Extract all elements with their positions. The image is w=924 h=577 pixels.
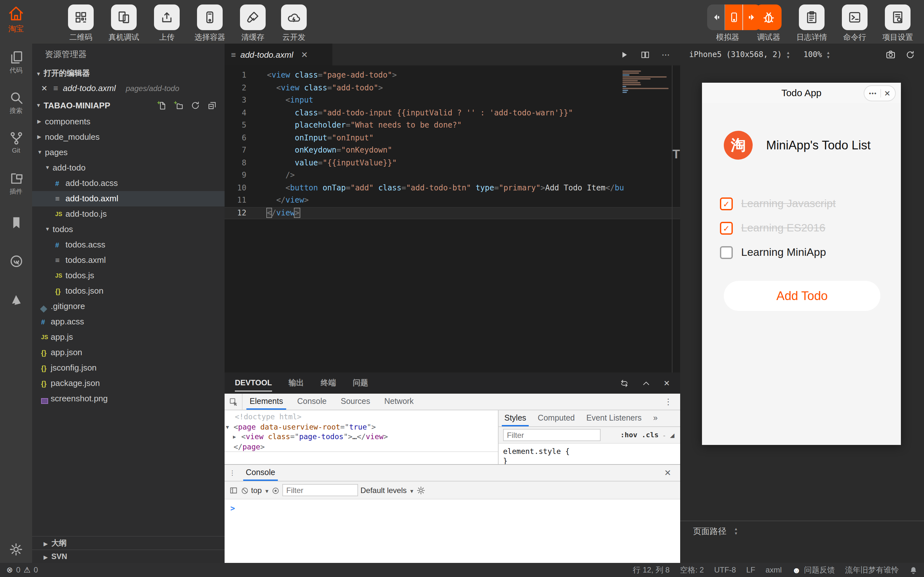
toolbar-button-bug-icon[interactable]: 调试器 <box>748 0 789 43</box>
tree-item-app.acss[interactable]: #app.acss <box>32 314 225 330</box>
drawer-panel-icon[interactable]: ⋮ <box>225 469 240 476</box>
styles-tab-Computed[interactable]: Computed <box>532 410 580 426</box>
zoom-stepper[interactable]: ▲▼ <box>827 51 829 58</box>
zoom-level[interactable]: 100% <box>803 50 822 59</box>
styles-filter-input[interactable] <box>503 429 601 441</box>
toolbar-button-upload-icon[interactable]: 上传 <box>146 0 187 43</box>
settings-button[interactable] <box>0 542 32 556</box>
tree-item-add-todo.js[interactable]: JSadd-todo.js <box>32 206 225 222</box>
refresh-icon[interactable] <box>191 100 200 110</box>
tree-item-app.json[interactable]: {}app.json <box>32 345 225 360</box>
tree-item-add-todo.axml[interactable]: ≡add-todo.axml <box>32 191 225 206</box>
drawer-close-icon[interactable]: ✕ <box>664 468 680 478</box>
close-icon[interactable]: ✕ <box>41 81 47 96</box>
tree-item-add-todo[interactable]: ▼add-todo <box>32 160 225 176</box>
page-path-bar[interactable]: 页面路径 ▲▼ <box>680 521 924 542</box>
clear-console-icon[interactable] <box>240 486 249 495</box>
collapse-arrow-icon[interactable]: ▶ <box>233 432 236 442</box>
sidebar-section-大纲[interactable]: ▶大纲 <box>32 536 225 550</box>
devtool-tab-DEVTOOL[interactable]: DEVTOOL <box>235 372 272 394</box>
console-prompt[interactable]: > <box>225 500 680 513</box>
devtools-tab-Sources[interactable]: Sources <box>334 394 377 410</box>
status-item-问题反馈[interactable]: ☻问题反馈 <box>792 564 835 575</box>
activity-item-plugin-icon[interactable]: 插件 <box>0 165 32 205</box>
console-filter-input[interactable] <box>282 484 358 496</box>
dom-node[interactable]: <!doctype html> <box>225 412 498 422</box>
tab-close-icon[interactable]: ✕ <box>301 50 308 59</box>
checkbox-checked[interactable]: ✓ <box>720 222 733 235</box>
close-app-icon[interactable]: ✕ <box>884 89 890 98</box>
checkbox-unchecked[interactable] <box>720 246 733 259</box>
devtool-tab-输出[interactable]: 输出 <box>289 372 304 394</box>
elements-pane[interactable]: <!doctype html>▼<page data-userview-root… <box>225 410 499 464</box>
dom-node[interactable]: </page> <box>225 442 498 452</box>
devtool-tab-终端[interactable]: 终端 <box>321 372 336 394</box>
open-editors-section[interactable]: ▼打开的编辑器 <box>32 65 225 81</box>
activity-item-issues-icon[interactable] <box>0 243 32 282</box>
toolbar-button-log-icon[interactable]: 日志详情 <box>789 0 834 43</box>
devtools-tab-Console[interactable]: Console <box>290 394 334 410</box>
styles-tab-»[interactable]: » <box>648 410 664 426</box>
dom-node[interactable]: ▶<view class="page-todos">…</view> <box>225 432 498 442</box>
tree-item-todos.json[interactable]: {}todos.json <box>32 284 225 299</box>
tree-item-screenshot.png[interactable]: screenshot.png <box>32 391 225 406</box>
tree-item-components[interactable]: ▶components <box>32 114 225 129</box>
console-sidebar-icon[interactable] <box>229 486 238 495</box>
tree-item-node_modules[interactable]: ▶node_modules <box>32 129 225 145</box>
tree-item-todos.axml[interactable]: ≡todos.axml <box>32 253 225 268</box>
live-expression-icon[interactable] <box>272 486 280 495</box>
tab-add-todo-axml[interactable]: ≡ add-todo.axml ✕ <box>225 44 333 65</box>
split-editor-icon[interactable] <box>640 50 650 59</box>
tree-item-jsconfig.json[interactable]: {}jsconfig.json <box>32 360 225 376</box>
status-item-UTF-8[interactable]: UTF-8 <box>714 566 736 574</box>
tab-console[interactable]: Console <box>240 465 281 481</box>
collapse-all-icon[interactable] <box>207 100 217 110</box>
screenshot-icon[interactable] <box>885 49 896 60</box>
status-item-空格: 2[interactable]: 空格: 2 <box>680 564 704 575</box>
checkbox-checked[interactable]: ✓ <box>720 197 733 210</box>
devtool-tab-问题[interactable]: 问题 <box>353 372 368 394</box>
log-levels-dropdown[interactable]: Default levels▼ <box>360 486 414 495</box>
activity-item-azure-icon[interactable] <box>0 282 32 321</box>
reload-icon[interactable] <box>905 50 915 59</box>
phone-icon[interactable] <box>725 5 743 30</box>
tree-item-add-todo.acss[interactable]: #add-todo.acss <box>32 176 225 191</box>
toolbar-button-simulator-icon[interactable]: 模拟器 <box>707 0 748 43</box>
new-file-icon[interactable] <box>157 100 167 110</box>
chevup-icon[interactable] <box>642 379 651 388</box>
toolbar-button-clear-cache-icon[interactable]: 清缓存 <box>232 0 273 43</box>
new-folder-icon[interactable] <box>174 100 184 110</box>
more-actions-icon[interactable]: ⋯ <box>662 50 670 59</box>
activity-item-bookmark-icon[interactable] <box>0 205 32 243</box>
sidebar-section-SVN[interactable]: ▶SVN <box>32 550 225 563</box>
tree-item-app.js[interactable]: JSapp.js <box>32 330 225 345</box>
status-item-axml[interactable]: axml <box>766 566 782 574</box>
project-root-row[interactable]: ▼ TABAO-MINIAPP <box>32 96 225 114</box>
tree-item-.gitignore[interactable]: .gitignore <box>32 299 225 314</box>
minimap[interactable] <box>622 71 670 93</box>
run-icon[interactable] <box>619 50 629 59</box>
tree-item-todos.js[interactable]: JStodos.js <box>32 268 225 284</box>
status-item-LF[interactable]: LF <box>746 566 755 574</box>
expand-arrow-icon[interactable]: ▼ <box>226 422 229 432</box>
dock-left-icon[interactable] <box>707 5 725 30</box>
devtools-tab-Network[interactable]: Network <box>377 394 421 410</box>
problems-summary[interactable]: ⊗ 0 ⚠ 0 <box>6 566 38 574</box>
code-editor[interactable]: 1<view class="page-add-todo">2 <view cla… <box>225 65 680 372</box>
taobao-home-button[interactable]: 淘宝 <box>0 0 32 35</box>
activity-item-search-icon[interactable]: 搜索 <box>0 84 32 124</box>
toolbar-button-qr-icon[interactable]: 二维码 <box>60 0 102 43</box>
toolbar-button-terminal-icon[interactable]: 命令行 <box>834 0 875 43</box>
toolbar-button-cloud-icon[interactable]: 云开发 <box>273 0 314 43</box>
device-selector[interactable]: iPhone5 (310x568, 2) <box>689 50 782 59</box>
toolbar-button-device-debug-icon[interactable]: 真机调试 <box>102 0 146 43</box>
tree-item-pages[interactable]: ▼pages <box>32 145 225 160</box>
sync-icon[interactable] <box>620 379 629 388</box>
tree-item-todos.acss[interactable]: #todos.acss <box>32 237 225 253</box>
more-menu-icon[interactable]: ••• <box>869 90 877 97</box>
status-item-行 12, 列 8[interactable]: 行 12, 列 8 <box>633 564 670 575</box>
tree-item-todos[interactable]: ▼todos <box>32 222 225 237</box>
toolbar-button-container-icon[interactable]: 选择容器 <box>187 0 232 43</box>
status-item-流年旧梦有谁怜[interactable]: 流年旧梦有谁怜 <box>845 564 899 575</box>
tree-item-package.json[interactable]: {}package.json <box>32 376 225 391</box>
